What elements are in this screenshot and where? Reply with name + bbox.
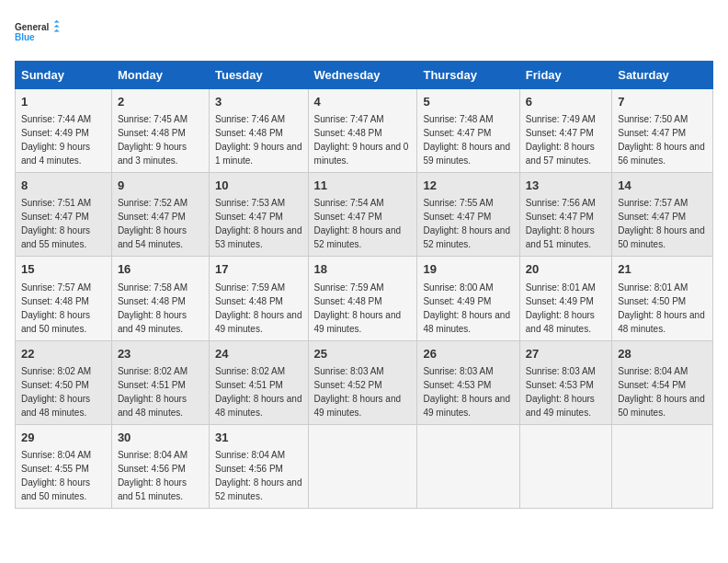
day-number: 3 (215, 94, 302, 110)
svg-marker-2 (54, 20, 60, 23)
week-row-3: 15Sunrise: 7:57 AMSunset: 4:48 PMDayligh… (16, 257, 713, 340)
daylight-info: Daylight: 8 hours and 48 minutes. (423, 310, 510, 334)
sunset-info: Sunset: 4:47 PM (526, 128, 594, 138)
sunset-info: Sunset: 4:49 PM (21, 128, 89, 138)
svg-text:Blue: Blue (15, 32, 35, 42)
calendar-cell: 9Sunrise: 7:52 AMSunset: 4:47 PMDaylight… (111, 173, 209, 257)
sunrise-info: Sunrise: 7:50 AM (618, 114, 688, 124)
calendar-cell: 12Sunrise: 7:55 AMSunset: 4:47 PMDayligh… (417, 173, 519, 257)
sunrise-info: Sunrise: 7:55 AM (423, 198, 493, 208)
calendar-cell: 14Sunrise: 7:57 AMSunset: 4:47 PMDayligh… (612, 173, 713, 257)
day-number: 19 (423, 261, 513, 278)
day-number: 4 (314, 94, 412, 110)
day-header-sunday: Sunday (16, 62, 112, 89)
sunrise-info: Sunrise: 7:53 AM (215, 198, 285, 208)
calendar-cell (308, 424, 417, 508)
sunset-info: Sunset: 4:49 PM (423, 296, 491, 306)
day-number: 11 (314, 178, 412, 194)
sunrise-info: Sunrise: 7:45 AM (118, 114, 188, 124)
day-number: 10 (215, 178, 302, 194)
day-number: 2 (118, 94, 203, 110)
sunset-info: Sunset: 4:48 PM (314, 296, 382, 306)
calendar-cell: 13Sunrise: 7:56 AMSunset: 4:47 PMDayligh… (519, 173, 611, 257)
day-header-saturday: Saturday (612, 62, 713, 89)
sunrise-info: Sunrise: 8:03 AM (423, 366, 493, 376)
calendar-cell: 31Sunrise: 8:04 AMSunset: 4:56 PMDayligh… (209, 424, 308, 508)
sunrise-info: Sunrise: 7:51 AM (21, 198, 91, 208)
day-number: 9 (118, 178, 203, 194)
sunset-info: Sunset: 4:48 PM (21, 296, 89, 306)
sunset-info: Sunset: 4:51 PM (215, 380, 283, 390)
sunset-info: Sunset: 4:50 PM (21, 380, 89, 390)
daylight-info: Daylight: 8 hours and 49 minutes. (314, 394, 402, 418)
calendar-cell (612, 424, 713, 508)
day-number: 18 (314, 261, 412, 278)
daylight-info: Daylight: 8 hours and 50 minutes. (618, 225, 705, 249)
daylight-info: Daylight: 8 hours and 50 minutes. (618, 394, 705, 418)
day-number: 20 (526, 261, 606, 278)
calendar-cell: 25Sunrise: 8:03 AMSunset: 4:52 PMDayligh… (308, 340, 417, 424)
daylight-info: Daylight: 8 hours and 48 minutes. (215, 394, 302, 418)
sunrise-info: Sunrise: 8:04 AM (118, 450, 188, 460)
sunrise-info: Sunrise: 8:04 AM (618, 366, 688, 376)
daylight-info: Daylight: 8 hours and 49 minutes. (423, 394, 510, 418)
sunrise-info: Sunrise: 7:47 AM (314, 114, 384, 124)
day-header-monday: Monday (111, 62, 209, 89)
calendar-cell: 23Sunrise: 8:02 AMSunset: 4:51 PMDayligh… (111, 340, 209, 424)
sunrise-info: Sunrise: 8:01 AM (526, 282, 596, 293)
sunset-info: Sunset: 4:52 PM (314, 380, 382, 390)
day-number: 23 (118, 346, 203, 362)
daylight-info: Daylight: 8 hours and 54 minutes. (118, 225, 187, 249)
day-number: 27 (526, 346, 606, 362)
logo-svg: General Blue (15, 15, 61, 52)
calendar-cell: 2Sunrise: 7:45 AMSunset: 4:48 PMDaylight… (111, 89, 209, 173)
sunrise-info: Sunrise: 7:59 AM (215, 282, 285, 293)
calendar-cell: 7Sunrise: 7:50 AMSunset: 4:47 PMDaylight… (612, 89, 713, 173)
daylight-info: Daylight: 9 hours and 4 minutes. (21, 142, 90, 166)
sunrise-info: Sunrise: 7:44 AM (21, 114, 91, 124)
daylight-info: Daylight: 8 hours and 52 minutes. (314, 225, 402, 249)
sunset-info: Sunset: 4:55 PM (21, 464, 89, 474)
calendar-cell: 10Sunrise: 7:53 AMSunset: 4:47 PMDayligh… (209, 173, 308, 257)
sunset-info: Sunset: 4:56 PM (215, 464, 283, 474)
day-number: 31 (215, 430, 302, 446)
daylight-info: Daylight: 8 hours and 48 minutes. (21, 394, 90, 418)
sunset-info: Sunset: 4:48 PM (215, 296, 283, 306)
sunset-info: Sunset: 4:47 PM (618, 128, 686, 138)
calendar-cell: 22Sunrise: 8:02 AMSunset: 4:50 PMDayligh… (16, 340, 112, 424)
daylight-info: Daylight: 8 hours and 52 minutes. (423, 225, 510, 249)
sunset-info: Sunset: 4:54 PM (618, 380, 686, 390)
calendar-cell: 20Sunrise: 8:01 AMSunset: 4:49 PMDayligh… (519, 257, 611, 340)
calendar-cell: 1Sunrise: 7:44 AMSunset: 4:49 PMDaylight… (16, 89, 112, 173)
sunrise-info: Sunrise: 7:54 AM (314, 198, 384, 208)
sunset-info: Sunset: 4:48 PM (314, 128, 382, 138)
day-number: 14 (618, 178, 707, 194)
sunset-info: Sunset: 4:47 PM (423, 212, 491, 222)
daylight-info: Daylight: 8 hours and 51 minutes. (118, 477, 187, 501)
daylight-info: Daylight: 9 hours and 0 minutes. (314, 142, 409, 166)
daylight-info: Daylight: 8 hours and 49 minutes. (314, 310, 402, 334)
sunrise-info: Sunrise: 7:56 AM (526, 198, 596, 208)
sunset-info: Sunset: 4:47 PM (314, 212, 382, 222)
sunrise-info: Sunrise: 7:48 AM (423, 114, 493, 124)
calendar-cell: 26Sunrise: 8:03 AMSunset: 4:53 PMDayligh… (417, 340, 519, 424)
calendar-cell: 21Sunrise: 8:01 AMSunset: 4:50 PMDayligh… (612, 257, 713, 340)
sunrise-info: Sunrise: 7:57 AM (618, 198, 688, 208)
sunrise-info: Sunrise: 8:04 AM (21, 450, 91, 460)
daylight-info: Daylight: 9 hours and 1 minute. (215, 142, 302, 166)
calendar-cell: 3Sunrise: 7:46 AMSunset: 4:48 PMDaylight… (209, 89, 308, 173)
day-number: 29 (21, 430, 106, 446)
sunrise-info: Sunrise: 8:02 AM (215, 366, 285, 376)
day-number: 7 (618, 94, 707, 110)
sunrise-info: Sunrise: 8:02 AM (21, 366, 91, 376)
sunrise-info: Sunrise: 8:03 AM (314, 366, 384, 376)
sunrise-info: Sunrise: 8:03 AM (526, 366, 596, 376)
calendar-cell: 5Sunrise: 7:48 AMSunset: 4:47 PMDaylight… (417, 89, 519, 173)
daylight-info: Daylight: 8 hours and 48 minutes. (526, 310, 595, 334)
sunset-info: Sunset: 4:48 PM (118, 128, 186, 138)
day-number: 8 (21, 178, 106, 194)
calendar-cell: 8Sunrise: 7:51 AMSunset: 4:47 PMDaylight… (16, 173, 112, 257)
daylight-info: Daylight: 8 hours and 57 minutes. (526, 142, 595, 166)
sunset-info: Sunset: 4:56 PM (118, 464, 186, 474)
calendar-cell: 11Sunrise: 7:54 AMSunset: 4:47 PMDayligh… (308, 173, 417, 257)
